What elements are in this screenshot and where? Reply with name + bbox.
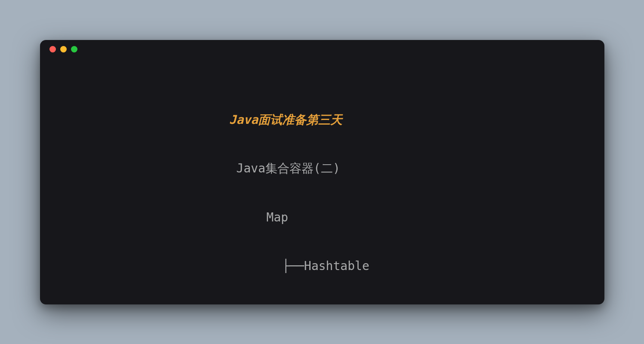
maximize-icon[interactable] bbox=[71, 46, 77, 52]
map-header: Map bbox=[40, 209, 604, 226]
content-subtitle: Java集合容器(二) bbox=[40, 160, 604, 177]
close-icon[interactable] bbox=[49, 46, 56, 52]
terminal-window: Java面试准备第三天 Java集合容器(二) Map ├──Hashtable… bbox=[40, 40, 604, 304]
minimize-icon[interactable] bbox=[60, 46, 67, 52]
window-titlebar bbox=[40, 40, 604, 59]
tree-line: ├──Hashtable bbox=[40, 258, 604, 274]
terminal-content: Java面试准备第三天 Java集合容器(二) Map ├──Hashtable… bbox=[40, 59, 604, 304]
content-title: Java面试准备第三天 bbox=[40, 112, 604, 128]
